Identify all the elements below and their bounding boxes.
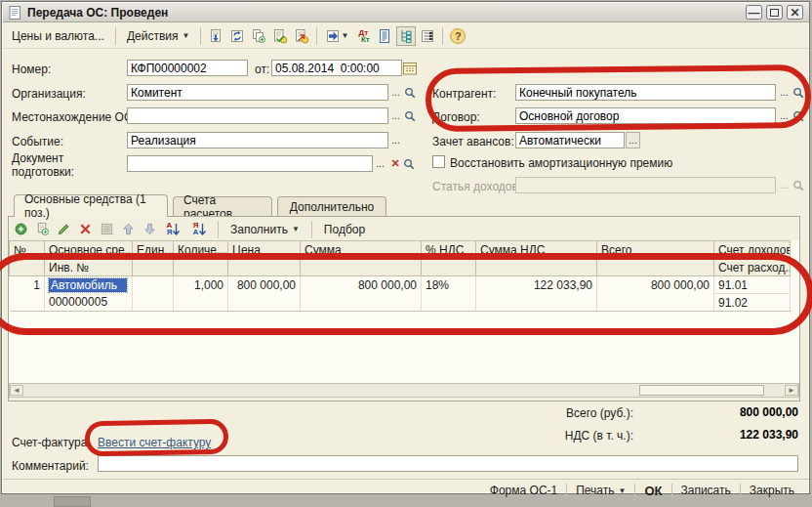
tab-additional[interactable]: Дополнительно [277,196,386,217]
cell-total[interactable]: 800 000,00 [597,276,714,294]
add-icon[interactable] [12,221,30,238]
cell-num[interactable]: 1 [10,276,45,294]
number-field[interactable] [127,60,248,76]
cell-unit[interactable] [133,276,174,294]
prep-doc-ellipsis-button[interactable]: ... [373,155,387,172]
table-row[interactable]: 000000005 91.02 [10,294,791,312]
move-up-icon[interactable] [119,221,138,238]
grid-header-row[interactable]: № Основное сре... Един... Количе... Цена… [10,241,791,259]
cell-income-account[interactable]: 91.01 [714,276,791,294]
contract-field[interactable] [515,107,776,124]
tab-fixed-assets[interactable]: Основные средства (1 поз.) [14,194,168,217]
selected-cell[interactable]: Автомобиль [49,278,127,292]
col-price[interactable]: Цена [228,241,301,259]
goto-icon[interactable]: ▼ [322,26,351,46]
date-field[interactable] [271,60,402,76]
scroll-right-icon[interactable]: ► [785,385,798,396]
magnifier-icon[interactable] [404,107,419,124]
scroll-left-icon[interactable]: ◄ [10,385,23,396]
journal-icon[interactable] [375,26,394,46]
contractor-field[interactable] [515,84,776,101]
post-icon[interactable] [270,26,290,46]
dtkt-icon[interactable]: ДтКт [353,26,373,46]
restore-bonus-checkbox[interactable] [432,155,445,168]
save-button[interactable]: Записать [674,482,738,499]
col-sum[interactable]: Сумма [301,241,422,259]
col-qty[interactable]: Количе... [174,241,228,259]
cell-inventory-no[interactable]: 000000005 [45,294,133,312]
event-field[interactable] [127,132,388,148]
location-field[interactable] [127,107,388,124]
list-settings-icon[interactable] [418,26,437,46]
event-ellipsis-button[interactable]: ... [388,132,403,148]
enter-invoice-link[interactable]: Ввести счет-фактуру [98,436,211,449]
cell-qty[interactable]: 1,000 [174,276,228,294]
contractor-ellipsis-button[interactable]: ... [777,84,792,101]
fill-menu-button[interactable]: Заполнить ▼ [224,220,305,239]
prices-currency-button[interactable]: Цены и валюта... [6,26,110,46]
edit-icon[interactable] [55,221,73,238]
organization-ellipsis-button[interactable]: ... [388,84,403,101]
scrollbar-thumb[interactable] [639,385,764,396]
col-asset[interactable]: Основное сре... [45,241,133,259]
delete-icon[interactable] [76,221,95,238]
col-income-account[interactable]: Счет доходов [714,241,791,259]
contract-label: Договор: [432,110,480,124]
advance-ellipsis-button[interactable]: ... [626,132,640,148]
magnifier-icon[interactable] [404,84,419,101]
grid-horizontal-scrollbar[interactable]: ◄ ► [9,383,799,398]
copy-row-icon[interactable] [33,221,52,238]
unpost-icon[interactable] [292,26,311,46]
income-item-field[interactable] [515,177,776,193]
close-form-button[interactable]: Закрыть [743,482,801,499]
copy-icon[interactable] [249,26,268,46]
reread-icon[interactable] [227,26,247,46]
cell-price[interactable]: 800 000,00 [228,276,301,294]
sort-desc-icon[interactable]: ЯА [188,221,212,238]
clear-icon[interactable]: ✕ [388,155,402,172]
cell-vat-sum[interactable]: 122 033,90 [476,276,597,294]
cell-expense-account[interactable]: 91.02 [714,294,791,312]
maximize-button[interactable] [766,5,783,20]
col-total[interactable]: Всего [597,241,714,259]
calendar-icon[interactable] [403,60,418,76]
pick-button[interactable]: Подбор [318,220,371,239]
comment-label: Комментарий: [12,459,89,473]
tab-settlement-accounts[interactable]: Счета расчетов [173,196,272,217]
location-ellipsis-button[interactable]: ... [388,107,403,124]
magnifier-icon[interactable] [792,107,807,124]
advance-field[interactable] [515,132,625,148]
assets-grid[interactable]: № Основное сре... Един... Количе... Цена… [9,240,799,383]
form-os1-button[interactable]: Форма ОС-1 [483,482,564,499]
footer-separator [566,484,567,497]
magnifier-icon[interactable] [403,155,418,172]
minimize-button[interactable]: — [746,5,762,20]
magnifier-icon[interactable] [792,84,807,101]
contract-ellipsis-button[interactable]: ... [777,107,792,124]
prep-doc-field[interactable] [127,155,373,172]
ok-button[interactable]: ОК [637,482,669,500]
structure-icon[interactable] [396,26,416,46]
actions-menu-button[interactable]: Действия ▼ [121,26,196,46]
close-button[interactable]: ✕ [787,5,803,20]
col-num[interactable]: № [10,241,45,259]
table-row[interactable]: 1 Автомобиль 1,000 800 000,00 800 000,00… [10,276,791,294]
cell-vat-rate[interactable]: 18% [422,276,476,294]
cell-asset[interactable]: Автомобиль [45,276,133,294]
help-icon[interactable]: ? [448,26,467,46]
move-down-icon[interactable] [141,221,159,238]
income-item-ellipsis-button[interactable]: ... [777,177,792,193]
col-vat-rate[interactable]: % НДС [422,241,476,259]
end-edit-icon[interactable] [98,221,116,238]
col-unit[interactable]: Един... [133,241,174,259]
cell-sum[interactable]: 800 000,00 [301,276,422,294]
print-menu-button[interactable]: Печать ▼ [569,482,632,499]
comment-field[interactable] [98,455,798,472]
col-vat-sum[interactable]: Сумма НДС [476,241,597,259]
chevron-down-icon: ▼ [341,31,348,40]
magnifier-icon[interactable] [792,177,807,193]
save-icon[interactable] [206,26,225,46]
sort-asc-icon[interactable]: АЯ [162,221,185,238]
location-label: Местонахождение ОС: [12,110,136,124]
organization-field[interactable] [127,84,388,101]
